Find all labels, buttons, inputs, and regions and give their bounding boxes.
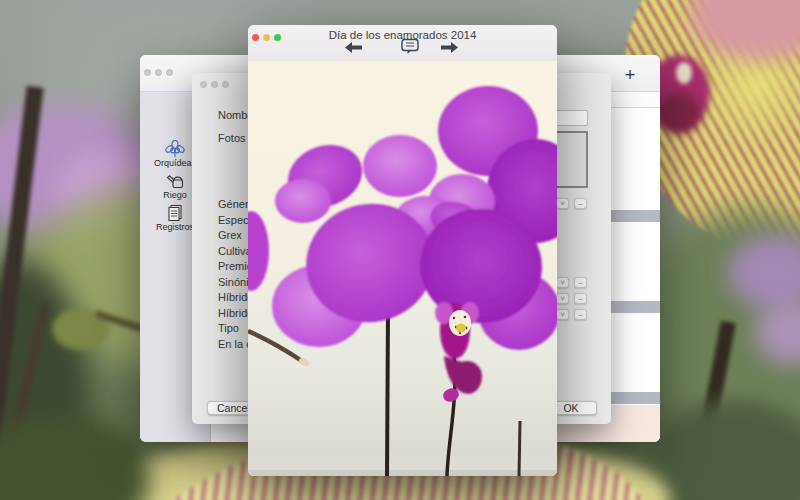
orchid-icon	[163, 140, 187, 158]
combo-chevron-button[interactable]: ˅	[556, 309, 569, 320]
zoom-button-inactive[interactable]	[166, 69, 173, 76]
photo-window: Día de los enamorados 2014	[248, 25, 557, 476]
close-button-inactive[interactable]	[144, 69, 151, 76]
zoom-button-inactive[interactable]	[222, 81, 229, 88]
arrow-left-icon	[344, 41, 363, 54]
arrow-right-icon	[440, 41, 459, 54]
field-label-fotos: Fotos	[218, 132, 246, 144]
combo-chevron-button[interactable]: ˅	[556, 293, 569, 304]
speech-bubble-icon	[400, 38, 420, 56]
orchid-photo	[248, 61, 557, 476]
documents-icon	[163, 204, 187, 222]
field-label: Grex	[218, 229, 242, 241]
add-record-button[interactable]: +	[618, 65, 642, 87]
photo-window-titlebar: Día de los enamorados 2014	[248, 25, 557, 62]
combo-chevron-button[interactable]: ˅	[556, 198, 569, 209]
orchid-photo-image	[248, 61, 557, 476]
minimize-button-inactive[interactable]	[155, 69, 162, 76]
remove-stepper-button[interactable]: –	[574, 293, 587, 304]
close-button-inactive[interactable]	[200, 81, 207, 88]
maroon-center-right	[658, 92, 700, 134]
remove-stepper-button[interactable]: –	[574, 277, 587, 288]
watering-can-icon	[163, 172, 187, 190]
previous-photo-button[interactable]	[344, 41, 363, 54]
remove-stepper-button[interactable]: –	[574, 309, 587, 320]
white-column-right	[676, 62, 692, 84]
remove-stepper-button[interactable]: –	[574, 198, 587, 209]
combo-chevron-button[interactable]: ˅	[556, 277, 569, 288]
minimize-button-inactive[interactable]	[211, 81, 218, 88]
field-label: Tipo	[218, 322, 239, 334]
next-photo-button[interactable]	[440, 41, 459, 54]
annotate-button[interactable]	[400, 38, 420, 56]
